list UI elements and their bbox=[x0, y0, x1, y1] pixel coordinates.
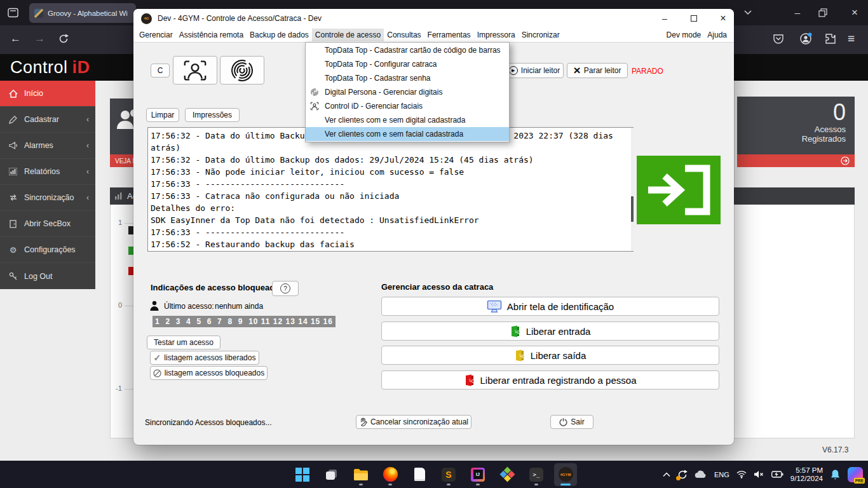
listagem-liberados-button[interactable]: ✓ listagem acessos liberados bbox=[150, 351, 259, 365]
dropdown-item-configurar-catraca[interactable]: TopData Top - Configurar catraca bbox=[306, 57, 509, 71]
impressoes-button[interactable]: Impressões bbox=[185, 108, 240, 122]
sidebar-item-logout[interactable]: Log Out bbox=[0, 263, 95, 289]
liberar-entrada-button[interactable]: Liberar entrada bbox=[381, 322, 719, 341]
dropdown-item-cadastrar-cartao[interactable]: TopData Top - Cadastrar cartão de código… bbox=[306, 43, 509, 57]
check-icon: ✓ bbox=[154, 353, 161, 363]
browser-close-button[interactable]: × bbox=[845, 6, 864, 19]
fingerprint-small-icon bbox=[309, 87, 320, 97]
menu-ferramentas[interactable]: Ferramentas bbox=[424, 29, 474, 41]
menu-ajuda[interactable]: Ajuda bbox=[704, 29, 730, 41]
app-minimize-button[interactable]: – bbox=[651, 9, 679, 28]
task-view-icon bbox=[325, 468, 339, 482]
menu-backup-de-dados[interactable]: Backup de dados bbox=[247, 29, 312, 41]
menu-dev-mode[interactable]: Dev mode bbox=[663, 29, 705, 41]
app-menubar: Gerenciar Assistência remota Backup de d… bbox=[133, 28, 734, 43]
notepad-button[interactable] bbox=[408, 463, 431, 486]
menu-impressora[interactable]: Impressora bbox=[474, 29, 519, 41]
tray-chevron-up-icon[interactable] bbox=[663, 472, 670, 477]
testar-acesso-button[interactable]: Testar um acesso bbox=[147, 336, 220, 349]
home-icon bbox=[8, 90, 18, 98]
c-button[interactable]: C bbox=[151, 64, 170, 78]
sidebar-item-relatorios[interactable]: Relatórios ‹ bbox=[0, 159, 95, 185]
reload-icon[interactable] bbox=[58, 34, 69, 44]
arrow-circle-icon bbox=[841, 156, 850, 165]
browser-restore-button[interactable] bbox=[818, 8, 827, 17]
cloud-icon[interactable] bbox=[695, 470, 707, 478]
sidebar-item-abrir-secbox[interactable]: Abrir SecBox bbox=[0, 211, 95, 237]
file-explorer-button[interactable] bbox=[349, 463, 372, 486]
browser-minimize-button[interactable]: – bbox=[788, 7, 807, 18]
4gym-app-button[interactable]: 4GYM bbox=[554, 463, 577, 486]
firefox-icon bbox=[383, 467, 398, 482]
log-scrollbar[interactable] bbox=[631, 128, 634, 251]
sidebar-item-sincronizacao[interactable]: Sincronização ‹ bbox=[0, 185, 95, 211]
sidebar-item-cadastrar[interactable]: Cadastrar ‹ bbox=[0, 107, 95, 133]
taskbar-clock[interactable]: 5:57 PM 9/12/2024 bbox=[790, 466, 823, 483]
tabs-dropdown-icon[interactable] bbox=[743, 9, 752, 15]
menu-assistencia-remota[interactable]: Assistência remota bbox=[176, 29, 247, 41]
pocket-icon[interactable] bbox=[773, 34, 784, 44]
sair-button[interactable]: Sair bbox=[550, 415, 593, 429]
app-maximize-button[interactable] bbox=[680, 9, 708, 28]
sidebar-item-alarmes[interactable]: Alarmes ‹ bbox=[0, 133, 95, 159]
liberar-saida-button[interactable]: Liberar saída bbox=[381, 346, 719, 365]
volume-muted-icon[interactable] bbox=[754, 470, 764, 478]
extensions-puzzle-icon[interactable] bbox=[825, 33, 836, 44]
battery-charging-icon[interactable] bbox=[771, 471, 783, 478]
task-view-button[interactable] bbox=[320, 463, 343, 486]
onedrive-sync-icon[interactable] bbox=[677, 470, 688, 480]
folder-icon bbox=[353, 468, 369, 481]
language-indicator[interactable]: ENG bbox=[714, 471, 729, 478]
iniciar-leitor-button[interactable]: ▶ Iniciar leitor bbox=[505, 63, 564, 78]
chevron-left-icon: ‹ bbox=[86, 193, 89, 202]
cancelar-sincronizacao-button[interactable]: Cancelar sincronização atual bbox=[356, 415, 471, 429]
stat-more-bar[interactable] bbox=[737, 154, 855, 167]
notification-bell-icon[interactable] bbox=[830, 469, 841, 480]
fingerprint-button[interactable] bbox=[220, 56, 264, 85]
dropdown-item-gerenciar-digitais[interactable]: Digital Persona - Gerenciar digitais bbox=[306, 85, 509, 99]
tab-list-icon[interactable] bbox=[8, 8, 18, 18]
dropdown-item-cadastrar-senha[interactable]: TopData Top - Cadastrar senha bbox=[306, 71, 509, 85]
sidebar-item-configuracoes[interactable]: ⚙ Configurações bbox=[0, 237, 95, 263]
axis-tick: 1 bbox=[118, 219, 122, 226]
liberar-entrada-registrando-button[interactable]: Liberar entrada registrando a pessoa bbox=[381, 370, 719, 390]
back-icon[interactable]: ← bbox=[10, 32, 21, 45]
log-scrollbar-thumb[interactable] bbox=[631, 196, 634, 222]
face-scan-button[interactable] bbox=[173, 56, 217, 85]
menu-gerenciar[interactable]: Gerenciar bbox=[136, 29, 176, 41]
taskbar: S IJ >_ 4GYM bbox=[0, 461, 868, 488]
start-button[interactable] bbox=[291, 463, 314, 486]
chevron-left-icon: ‹ bbox=[86, 141, 89, 150]
limpar-button[interactable]: Limpar bbox=[146, 108, 179, 122]
dropdown-item-ver-digital-cadastrada[interactable]: Ver clientes com e sem digital cadastrad… bbox=[306, 113, 509, 127]
firefox-button[interactable] bbox=[379, 463, 402, 486]
stat-label-1: Acessos bbox=[737, 125, 846, 134]
sidebar-item-inicio[interactable]: Início bbox=[0, 81, 95, 107]
browser-tab[interactable]: Groovy - Alphabetical Wi bbox=[29, 3, 136, 23]
menu-controle-de-acesso[interactable]: Controle de acesso bbox=[312, 29, 384, 41]
forward-icon[interactable]: → bbox=[34, 32, 45, 45]
copilot-icon[interactable]: PRE bbox=[848, 467, 863, 482]
gitkraken-icon bbox=[499, 466, 515, 482]
help-button[interactable]: ? bbox=[272, 281, 299, 296]
sublime-button[interactable]: S bbox=[437, 463, 460, 486]
monitor-icon bbox=[487, 300, 502, 313]
dropdown-item-ver-facial-cadastrada[interactable]: Ver clientes com e sem facial cadastrada bbox=[306, 127, 509, 141]
listagem-bloqueados-button[interactable]: listagem acessos bloqueados bbox=[150, 366, 268, 380]
gitkraken-button[interactable] bbox=[496, 463, 519, 486]
menu-sincronizar[interactable]: Sincronizar bbox=[519, 29, 563, 41]
abrir-tela-identificacao-button[interactable]: Abrir tela de identificação bbox=[381, 297, 719, 316]
blocked-indicator-strip: 1 2 3 4 5 6 7 8 9 10 11 12 13 14 15 16 bbox=[153, 316, 336, 327]
intellij-button[interactable]: IJ bbox=[466, 463, 489, 486]
red-door-icon bbox=[465, 374, 475, 386]
terminal-button[interactable]: >_ bbox=[525, 463, 548, 486]
wifi-icon[interactable] bbox=[736, 470, 747, 478]
app-close-button[interactable]: × bbox=[709, 9, 737, 28]
account-icon[interactable] bbox=[799, 32, 812, 45]
menu-consultas[interactable]: Consultas bbox=[384, 29, 424, 41]
menu-hamburger-icon[interactable]: ≡ bbox=[848, 32, 855, 46]
dropdown-item-gerenciar-faciais[interactable]: Control iD - Gerenciar faciais bbox=[306, 99, 509, 113]
parar-leitor-button[interactable]: × Parar leitor bbox=[567, 63, 628, 78]
sublime-icon: S bbox=[442, 468, 456, 482]
log-textarea[interactable]: 17:56:32 - Data do último Backup das fac… bbox=[147, 127, 634, 252]
